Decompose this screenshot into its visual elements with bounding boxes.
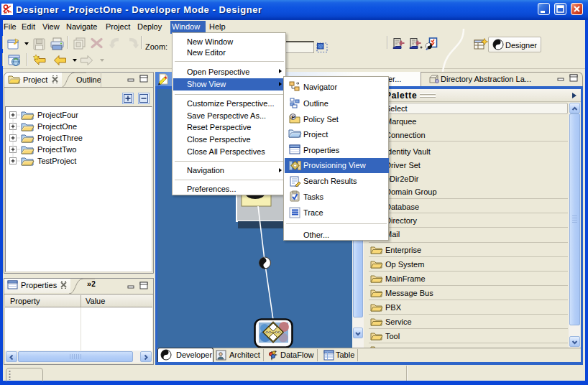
svg-text:P: P: [291, 114, 295, 121]
